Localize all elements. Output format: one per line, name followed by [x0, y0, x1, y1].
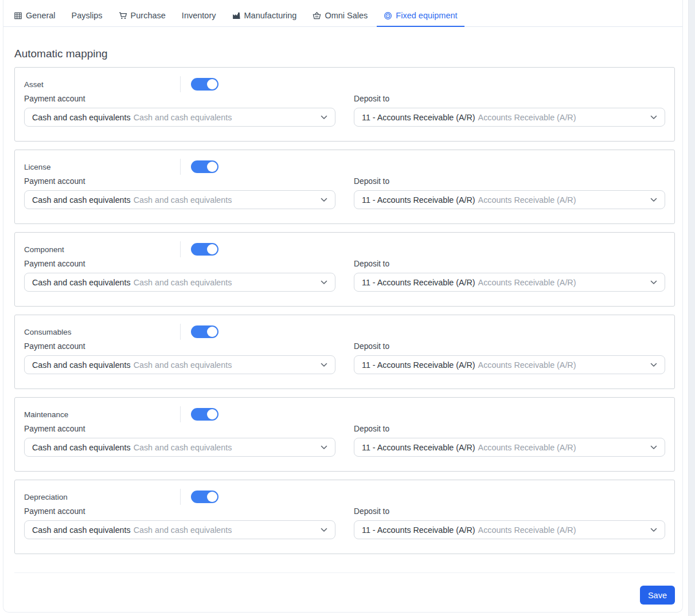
- card-header-row: License: [24, 159, 665, 175]
- page-title: Automatic mapping: [14, 48, 682, 60]
- deposit-to-select[interactable]: 11 - Accounts Receivable (A/R) Accounts …: [354, 190, 665, 209]
- tab-purchase[interactable]: Purchase: [112, 5, 173, 27]
- footer-divider: [14, 572, 675, 573]
- deposit-to-select[interactable]: 11 - Accounts Receivable (A/R) Accounts …: [354, 108, 665, 127]
- save-button[interactable]: Save: [640, 586, 675, 605]
- deposit-to-select[interactable]: 11 - Accounts Receivable (A/R) Accounts …: [354, 273, 665, 292]
- payment-account-select[interactable]: Cash and cash equivalents Cash and cash …: [24, 273, 335, 292]
- deposit-to-field: Deposit to 11 - Accounts Receivable (A/R…: [354, 177, 665, 209]
- tab-omni-sales[interactable]: Omni Sales: [306, 5, 374, 27]
- tab-fixed-equipment[interactable]: Fixed equipment: [377, 5, 464, 27]
- deposit-to-label: Deposit to: [354, 177, 665, 186]
- select-value-secondary: Cash and cash equivalents: [134, 360, 232, 370]
- toggle-knob: [207, 79, 217, 89]
- vertical-divider: [180, 76, 181, 92]
- vertical-divider: [180, 324, 181, 340]
- card-fields-row: Payment account Cash and cash equivalent…: [24, 177, 665, 209]
- deposit-to-field: Deposit to 11 - Accounts Receivable (A/R…: [354, 260, 665, 292]
- bullseye-icon: [384, 11, 392, 20]
- card-title: License: [24, 163, 180, 171]
- deposit-to-select[interactable]: 11 - Accounts Receivable (A/R) Accounts …: [354, 520, 665, 539]
- payment-account-field: Payment account Cash and cash equivalent…: [24, 260, 335, 292]
- card-title: Component: [24, 245, 180, 254]
- enable-toggle[interactable]: [191, 325, 218, 338]
- tab-manufacturing[interactable]: Manufacturing: [225, 5, 304, 27]
- select-value-secondary: Accounts Receivable (A/R): [478, 278, 576, 287]
- payment-account-select[interactable]: Cash and cash equivalents Cash and cash …: [24, 520, 335, 539]
- basket-icon: [313, 11, 321, 20]
- chevron-down-icon: [316, 528, 327, 532]
- deposit-to-label: Deposit to: [354, 342, 665, 351]
- payment-account-label: Payment account: [24, 260, 335, 269]
- select-value-secondary: Accounts Receivable (A/R): [478, 113, 576, 122]
- enable-toggle[interactable]: [191, 491, 218, 503]
- tab-payslips[interactable]: Payslips: [65, 5, 110, 27]
- deposit-to-label: Deposit to: [354, 425, 665, 434]
- payment-account-label: Payment account: [24, 95, 335, 104]
- select-value-secondary: Accounts Receivable (A/R): [478, 525, 576, 535]
- payment-account-label: Payment account: [24, 507, 335, 516]
- chevron-down-icon: [316, 198, 327, 202]
- chevron-down-icon: [646, 280, 657, 285]
- payment-account-field: Payment account Cash and cash equivalent…: [24, 425, 335, 457]
- select-value: Cash and cash equivalents: [32, 113, 131, 122]
- chevron-down-icon: [646, 363, 657, 367]
- deposit-to-field: Deposit to 11 - Accounts Receivable (A/R…: [354, 342, 665, 374]
- payment-account-field: Payment account Cash and cash equivalent…: [24, 95, 335, 127]
- vertical-divider: [180, 489, 181, 505]
- select-value-secondary: Cash and cash equivalents: [134, 443, 232, 452]
- chevron-down-icon: [316, 445, 327, 450]
- select-value: 11 - Accounts Receivable (A/R): [362, 525, 475, 535]
- card-fields-row: Payment account Cash and cash equivalent…: [24, 95, 665, 127]
- toggle-knob: [207, 327, 217, 337]
- settings-page: General Payslips Purchase Inventory Manu…: [3, 0, 683, 613]
- enable-toggle[interactable]: [191, 160, 218, 173]
- enable-toggle[interactable]: [191, 243, 218, 256]
- payment-account-field: Payment account Cash and cash equivalent…: [24, 507, 335, 539]
- deposit-to-label: Deposit to: [354, 95, 665, 104]
- select-value-secondary: Cash and cash equivalents: [134, 113, 232, 122]
- chevron-down-icon: [316, 115, 327, 120]
- mapping-card-license: License Payment account Cash and cash eq…: [14, 150, 675, 224]
- tab-general[interactable]: General: [7, 5, 63, 27]
- toggle-knob: [207, 244, 217, 254]
- card-title: Consumables: [24, 328, 180, 336]
- payment-account-label: Payment account: [24, 177, 335, 186]
- chevron-down-icon: [646, 115, 657, 120]
- deposit-to-select[interactable]: 11 - Accounts Receivable (A/R) Accounts …: [354, 438, 665, 457]
- toggle-knob: [207, 409, 217, 419]
- mapping-cards-container: Asset Payment account Cash and cash equi…: [3, 67, 682, 554]
- deposit-to-field: Deposit to 11 - Accounts Receivable (A/R…: [354, 95, 665, 127]
- vertical-scrollbar[interactable]: [688, 0, 695, 616]
- payment-account-select[interactable]: Cash and cash equivalents Cash and cash …: [24, 438, 335, 457]
- deposit-to-select[interactable]: 11 - Accounts Receivable (A/R) Accounts …: [354, 355, 665, 374]
- select-value: 11 - Accounts Receivable (A/R): [362, 195, 475, 205]
- mapping-card-depreciation: Depreciation Payment account Cash and ca…: [14, 480, 675, 554]
- enable-toggle[interactable]: [191, 408, 218, 421]
- payment-account-select[interactable]: Cash and cash equivalents Cash and cash …: [24, 108, 335, 127]
- card-title: Asset: [24, 80, 180, 89]
- card-fields-row: Payment account Cash and cash equivalent…: [24, 260, 665, 292]
- card-fields-row: Payment account Cash and cash equivalent…: [24, 342, 665, 374]
- select-value-secondary: Accounts Receivable (A/R): [478, 443, 576, 452]
- select-value: Cash and cash equivalents: [32, 278, 131, 287]
- enable-toggle[interactable]: [191, 78, 218, 91]
- select-value-secondary: Cash and cash equivalents: [134, 525, 232, 535]
- select-value: Cash and cash equivalents: [32, 443, 131, 452]
- select-value-secondary: Accounts Receivable (A/R): [478, 360, 576, 370]
- payment-account-select[interactable]: Cash and cash equivalents Cash and cash …: [24, 190, 335, 209]
- select-value-secondary: Cash and cash equivalents: [134, 195, 232, 205]
- mapping-card-consumables: Consumables Payment account Cash and cas…: [14, 315, 675, 389]
- card-fields-row: Payment account Cash and cash equivalent…: [24, 507, 665, 539]
- payment-account-select[interactable]: Cash and cash equivalents Cash and cash …: [24, 355, 335, 374]
- deposit-to-label: Deposit to: [354, 507, 665, 516]
- factory-icon: [232, 11, 241, 20]
- payment-account-label: Payment account: [24, 342, 335, 351]
- vertical-divider: [180, 406, 181, 422]
- select-value-secondary: Cash and cash equivalents: [134, 278, 232, 287]
- mapping-card-maintenance: Maintenance Payment account Cash and cas…: [14, 397, 675, 472]
- chevron-down-icon: [646, 198, 657, 202]
- select-value: 11 - Accounts Receivable (A/R): [362, 113, 475, 122]
- select-value: Cash and cash equivalents: [32, 525, 131, 535]
- tab-inventory[interactable]: Inventory: [175, 5, 223, 27]
